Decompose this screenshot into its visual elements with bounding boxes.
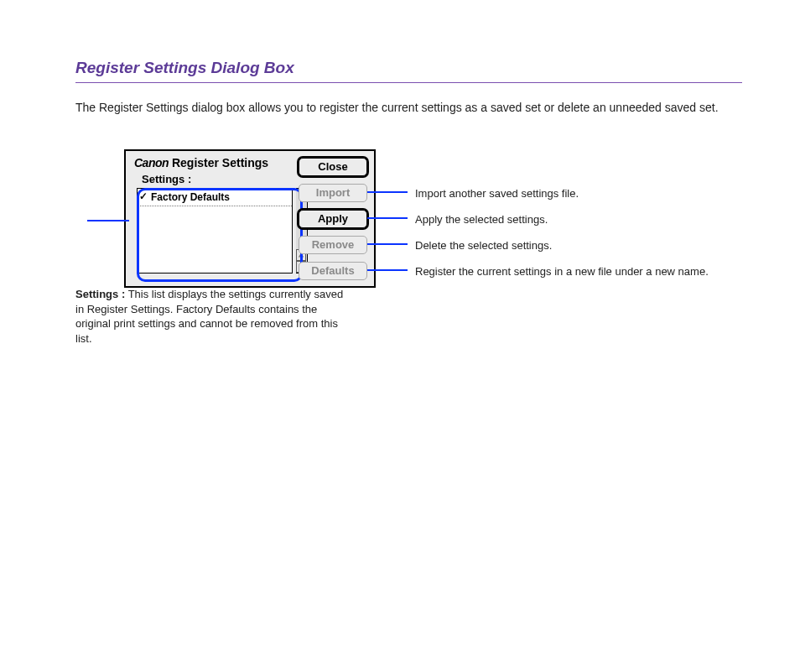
import-button[interactable]: Import	[299, 184, 367, 202]
callout-defaults: Register the current settings in a new f…	[415, 264, 742, 279]
leader-defaults	[367, 269, 408, 271]
section-rule	[75, 82, 742, 83]
callout-settings: Settings : This list displays the settin…	[75, 287, 344, 346]
callout-import: Import another saved settings file.	[415, 186, 742, 201]
callout-remove: Delete the selected settings.	[415, 238, 742, 253]
callout-settings-label: Settings :	[75, 288, 125, 300]
dialog-title: Canon Register Settings	[134, 156, 268, 169]
settings-group: Settings : ✓ Factory Defaults	[133, 171, 296, 279]
dialog-frame: Canon Register Settings Settings : ✓ Fac…	[124, 149, 376, 288]
brand-logo: Canon	[134, 156, 169, 169]
settings-label: Settings :	[142, 173, 191, 185]
leader-apply	[367, 217, 408, 219]
section-heading: Register Settings Dialog Box	[75, 59, 294, 77]
dialog-buttons: Close Import Apply Remove Defaults	[299, 158, 367, 288]
defaults-button[interactable]: Defaults	[299, 262, 367, 280]
leader-settings	[87, 220, 129, 221]
check-icon: ✓	[139, 190, 148, 202]
leader-import	[367, 191, 408, 193]
settings-listbox[interactable]: ✓ Factory Defaults	[137, 188, 293, 273]
list-item-label: Factory Defaults	[151, 191, 230, 203]
leader-remove	[367, 243, 408, 245]
callout-apply: Apply the selected settings.	[415, 212, 742, 227]
register-settings-dialog: Canon Register Settings Settings : ✓ Fac…	[124, 149, 376, 292]
remove-button[interactable]: Remove	[299, 236, 367, 254]
close-button[interactable]: Close	[299, 158, 367, 176]
dialog-title-text: Register Settings	[172, 156, 268, 169]
list-item[interactable]: ✓ Factory Defaults	[138, 189, 292, 206]
section-intro: The Register Settings dialog box allows …	[75, 99, 741, 116]
apply-button[interactable]: Apply	[299, 210, 367, 228]
